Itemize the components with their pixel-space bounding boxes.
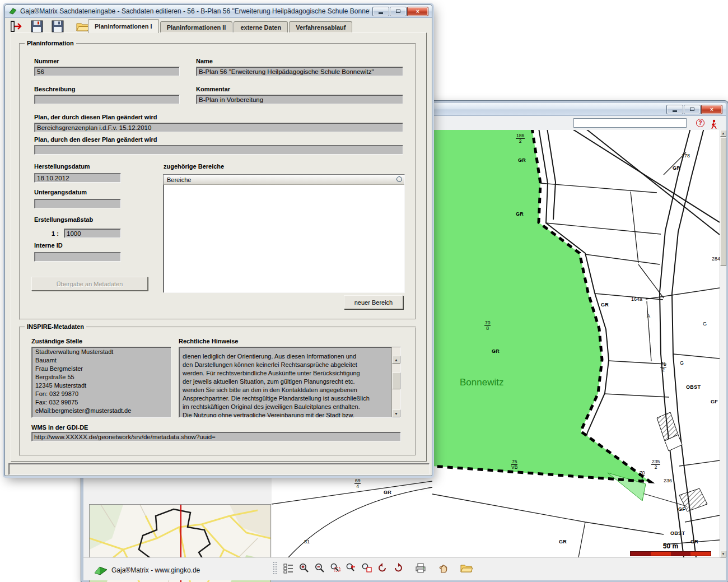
minimize-button[interactable] — [666, 105, 683, 114]
brand: Gaja®Matrix - www.gingko.de — [94, 564, 200, 577]
herstellungsdatum-field[interactable]: 18.10.2012 — [34, 173, 121, 183]
tab-externe-daten[interactable]: externe Daten — [234, 21, 288, 33]
minimize-button[interactable] — [372, 7, 389, 16]
help-icon[interactable]: ? — [696, 119, 704, 127]
map-text-label: 178 — [682, 153, 690, 159]
zoom-out-icon[interactable] — [313, 561, 326, 575]
scroll-up-icon[interactable]: ▲ — [392, 356, 400, 364]
rotate-left-icon[interactable] — [376, 561, 389, 575]
map-text-label: GR — [516, 212, 524, 217]
map-vertical-scrollbar[interactable]: ▲ ▼ — [720, 130, 726, 557]
map-text-label: 236 — [664, 478, 672, 483]
beschreibung-field[interactable] — [34, 95, 180, 104]
desktop: × ? — [0, 0, 728, 582]
zustaendige-stelle-textarea[interactable]: Stadtverwaltung Musterstadt Bauamt Frau … — [31, 347, 171, 418]
rechtliche-hinweise-label: Rechtliche Hinweise — [179, 338, 238, 344]
parcel-number-label: 701 — [639, 471, 645, 481]
save-icon[interactable] — [30, 20, 44, 33]
legend-icon[interactable] — [282, 561, 295, 575]
parcel-number-label: 708 — [484, 320, 491, 331]
uebergabe-metadaten-button[interactable]: Übergabe an Metadaten — [31, 277, 148, 291]
map-text-label: GR — [601, 302, 609, 308]
scale-bar-graphic — [630, 551, 711, 556]
kommentar-label: Kommentar — [196, 86, 230, 92]
interne-id-field[interactable] — [34, 252, 121, 262]
kommentar-field[interactable]: B-Plan in Vorbereitung — [196, 95, 403, 104]
exit-icon[interactable] — [10, 20, 23, 33]
pan-hand-icon[interactable] — [436, 561, 450, 575]
app-icon — [8, 7, 17, 16]
close-button[interactable]: × — [701, 105, 722, 114]
map-text-label: GR — [384, 490, 391, 495]
maximize-button[interactable] — [390, 7, 407, 16]
scrollbar-thumb[interactable] — [720, 137, 726, 266]
massstab-prefix: 1 : — [52, 230, 59, 237]
scroll-down-icon[interactable]: ▼ — [720, 551, 726, 557]
toolbar-handle[interactable] — [273, 561, 277, 575]
wms-label: WMS in der GDI-DE — [31, 424, 88, 431]
map-text-label: 284 — [712, 257, 720, 262]
massstab-field[interactable]: 1000 — [64, 229, 121, 238]
wms-field[interactable]: http://www.XXXXX.de/geonetwork/srv/de/me… — [31, 432, 401, 441]
nummer-field[interactable]: 56 — [34, 67, 180, 76]
map-text-label: A — [647, 314, 650, 319]
print-icon[interactable] — [414, 561, 427, 575]
parcel-number-label: 694 — [354, 478, 361, 489]
scrollbar-thumb[interactable] — [392, 373, 400, 389]
geaendert1-label: Plan, der durch diesen Plan geändert wir… — [34, 114, 157, 120]
dialog-titlebar[interactable]: Gaja®Matrix Sachdateneingabe - Sachdaten… — [5, 5, 432, 18]
open-folder-icon[interactable] — [460, 561, 473, 575]
rotate-right-icon[interactable] — [391, 561, 405, 575]
beschreibung-label: Beschreibung — [34, 86, 75, 92]
herstellungsdatum-label: Herstellungsdatum — [34, 163, 90, 170]
dialog-toolbar — [10, 20, 90, 33]
bereiche-list[interactable]: Bereiche — [163, 174, 405, 293]
map-text-label: Bonnewitz — [460, 378, 503, 388]
hinweise-scrollbar[interactable]: ▲ ▼ — [391, 347, 400, 417]
save-copy-icon[interactable] — [51, 20, 64, 33]
maximize-button[interactable] — [684, 105, 701, 114]
close-button[interactable]: × — [407, 7, 428, 16]
map-text-label: GR — [559, 539, 567, 544]
tab-planinformationen-2[interactable]: Planinformationen II — [160, 21, 233, 33]
group-title: Planinformation — [25, 40, 76, 46]
parcel-number-label: 75VB — [511, 459, 517, 470]
circle-icon[interactable] — [396, 176, 402, 182]
scroll-down-icon[interactable]: ▼ — [392, 409, 400, 417]
name-field[interactable]: B-Plan 56 "Erweiterung Heilpädagogische … — [196, 67, 403, 76]
neuer-bereich-button[interactable]: neuer Bereich — [344, 295, 403, 309]
map-text-label: GR — [492, 349, 500, 354]
untergangsdatum-label: Untergangsdatum — [34, 189, 87, 195]
bereiche-label: zugehörige Bereiche — [164, 163, 224, 170]
map-text-label: G — [680, 361, 684, 366]
map-text-label: OBST — [686, 385, 701, 390]
sachdaten-dialog: Gaja®Matrix Sachdateneingabe - Sachdaten… — [4, 4, 432, 476]
brand-text: Gaja®Matrix - www.gingko.de — [111, 566, 200, 574]
map-toolbar — [273, 561, 473, 575]
bereiche-list-header[interactable]: Bereiche — [164, 175, 404, 185]
inspire-group: INSPIRE-Metadaten Zuständige Stelle Stad… — [19, 327, 416, 456]
parcel-number-label: 712 — [660, 362, 666, 373]
rechtliche-hinweise-textarea[interactable]: dienen lediglich der Orientierung. Aus d… — [179, 347, 401, 418]
untergangsdatum-field[interactable] — [34, 199, 121, 208]
parcel-number-label: 2352 — [651, 459, 660, 470]
gaja-logo-icon — [94, 564, 108, 577]
tab-planinformationen-1[interactable]: Planinformationen I — [88, 19, 159, 33]
exit-person-icon[interactable] — [707, 118, 721, 131]
map-text-label: G — [703, 322, 707, 327]
zoom-in-icon[interactable] — [297, 561, 311, 575]
bereiche-header-label: Bereiche — [167, 176, 191, 183]
map-text-label: GR — [673, 166, 680, 171]
search-input[interactable] — [573, 118, 687, 128]
zoom-window-icon[interactable] — [329, 561, 342, 575]
group-title: INSPIRE-Metadaten — [25, 323, 86, 330]
tab-verfahrensablauf[interactable]: Verfahrensablauf — [289, 21, 352, 33]
zoom-previous-icon[interactable] — [344, 561, 358, 575]
zustaendige-stelle-label: Zuständige Stelle — [31, 338, 82, 344]
geaendert2-field[interactable] — [34, 145, 403, 155]
scroll-up-icon[interactable]: ▲ — [720, 130, 726, 137]
parcel-number-label: 1862 — [516, 133, 525, 144]
zoom-extent-icon[interactable] — [360, 561, 374, 575]
map-text-label: GF — [678, 507, 685, 512]
geaendert1-field[interactable]: Bereichsgrenzenplan i.d.F.v. 15.12.2010 — [34, 123, 403, 132]
